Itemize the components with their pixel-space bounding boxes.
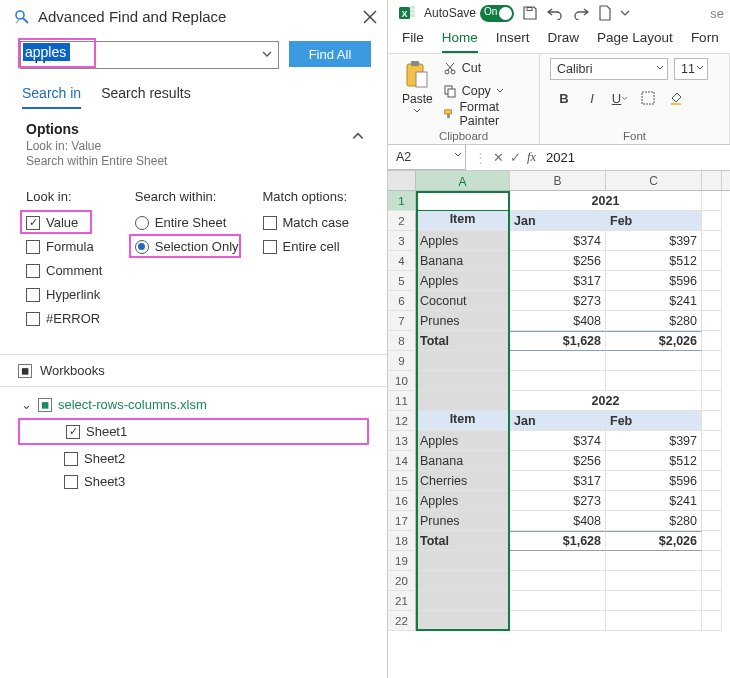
copy-button[interactable]: Copy: [443, 81, 529, 101]
cell[interactable]: [510, 551, 606, 571]
lookin-comment-checkbox[interactable]: Comment: [26, 263, 125, 278]
cell[interactable]: [510, 611, 606, 631]
fx-icon[interactable]: fx: [527, 150, 536, 165]
tab-search-results[interactable]: Search results: [101, 85, 190, 109]
cell[interactable]: Apples: [416, 231, 510, 251]
lookin-error-checkbox[interactable]: #ERROR: [26, 311, 125, 326]
cell[interactable]: $2,026: [606, 531, 702, 551]
lookin-hyperlink-checkbox[interactable]: Hyperlink: [26, 287, 125, 302]
searchwithin-entire-radio[interactable]: Entire Sheet: [135, 215, 253, 230]
cell[interactable]: Apples: [416, 431, 510, 451]
row-header[interactable]: 5: [388, 271, 416, 291]
cell[interactable]: [510, 571, 606, 591]
chevron-down-icon[interactable]: [620, 8, 630, 18]
cell[interactable]: Jan: [510, 211, 606, 231]
cell[interactable]: Item: [416, 411, 510, 431]
cell[interactable]: [416, 191, 510, 211]
tab-page-layout[interactable]: Page Layout: [597, 30, 673, 53]
cell[interactable]: [416, 391, 510, 411]
cell[interactable]: [702, 571, 722, 591]
borders-button[interactable]: [634, 86, 662, 110]
cell[interactable]: $241: [606, 491, 702, 511]
close-icon[interactable]: [363, 10, 377, 24]
row-header[interactable]: 1: [388, 191, 416, 211]
match-case-checkbox[interactable]: Match case: [263, 215, 367, 230]
col-header-a[interactable]: A: [416, 171, 510, 190]
cell[interactable]: $317: [510, 471, 606, 491]
row-header[interactable]: 12: [388, 411, 416, 431]
cell[interactable]: [510, 371, 606, 391]
redo-icon[interactable]: [572, 6, 590, 20]
row-header[interactable]: 13: [388, 431, 416, 451]
row-header[interactable]: 7: [388, 311, 416, 331]
cell[interactable]: [416, 591, 510, 611]
cell[interactable]: [702, 331, 722, 351]
entire-cell-checkbox[interactable]: Entire cell: [263, 239, 367, 254]
cell[interactable]: [702, 311, 722, 331]
cell[interactable]: [702, 511, 722, 531]
row-header[interactable]: 10: [388, 371, 416, 391]
cell[interactable]: $256: [510, 251, 606, 271]
cell[interactable]: [606, 591, 702, 611]
tab-file[interactable]: File: [402, 30, 424, 53]
row-header[interactable]: 6: [388, 291, 416, 311]
cell[interactable]: Total: [416, 531, 510, 551]
cell[interactable]: Apples: [416, 271, 510, 291]
cell[interactable]: $273: [510, 491, 606, 511]
cell[interactable]: [702, 211, 722, 231]
paste-button[interactable]: Paste: [398, 58, 437, 124]
cell[interactable]: [606, 551, 702, 571]
year-header[interactable]: 2021: [510, 191, 702, 211]
cell[interactable]: [702, 591, 722, 611]
undo-icon[interactable]: [546, 6, 564, 20]
tab-insert[interactable]: Insert: [496, 30, 530, 53]
collapse-icon[interactable]: [351, 129, 365, 143]
name-box[interactable]: A2: [388, 145, 466, 170]
row-header[interactable]: 19: [388, 551, 416, 571]
sheet-row-sheet1[interactable]: Sheet1: [18, 418, 369, 445]
cell[interactable]: $397: [606, 231, 702, 251]
cell[interactable]: [416, 351, 510, 371]
row-header[interactable]: 21: [388, 591, 416, 611]
cell[interactable]: Feb: [606, 411, 702, 431]
cell[interactable]: [702, 431, 722, 451]
cell[interactable]: [416, 611, 510, 631]
cell[interactable]: [702, 471, 722, 491]
cell[interactable]: Prunes: [416, 511, 510, 531]
workbooks-header[interactable]: ◼ Workbooks: [0, 354, 387, 387]
cell[interactable]: $397: [606, 431, 702, 451]
cell[interactable]: Total: [416, 331, 510, 351]
underline-button[interactable]: U: [606, 86, 634, 110]
cell[interactable]: $280: [606, 511, 702, 531]
cell[interactable]: $256: [510, 451, 606, 471]
col-header-c[interactable]: C: [606, 171, 702, 190]
cell[interactable]: [702, 251, 722, 271]
tab-formulas-cut[interactable]: Forn: [691, 30, 719, 53]
searchwithin-selection-radio[interactable]: Selection Only: [135, 239, 253, 254]
cell[interactable]: [606, 351, 702, 371]
cell[interactable]: [416, 371, 510, 391]
sheet-row-sheet2[interactable]: Sheet2: [18, 447, 369, 470]
cell[interactable]: $2,026: [606, 331, 702, 351]
cell[interactable]: [702, 271, 722, 291]
cell[interactable]: $512: [606, 451, 702, 471]
new-file-icon[interactable]: [598, 5, 612, 21]
cell[interactable]: [702, 411, 722, 431]
cell[interactable]: $408: [510, 511, 606, 531]
col-header-b[interactable]: B: [510, 171, 606, 190]
row-header[interactable]: 15: [388, 471, 416, 491]
formula-value[interactable]: 2021: [536, 150, 575, 165]
cell[interactable]: $374: [510, 431, 606, 451]
row-header[interactable]: 3: [388, 231, 416, 251]
lookin-value-checkbox[interactable]: Value: [26, 215, 125, 230]
row-header[interactable]: 8: [388, 331, 416, 351]
row-header[interactable]: 4: [388, 251, 416, 271]
cell[interactable]: [606, 571, 702, 591]
cell[interactable]: [510, 591, 606, 611]
sheet-row-sheet3[interactable]: Sheet3: [18, 470, 369, 493]
cell[interactable]: [702, 351, 722, 371]
font-size-combo[interactable]: 11: [674, 58, 708, 80]
cell[interactable]: $273: [510, 291, 606, 311]
cell[interactable]: Banana: [416, 251, 510, 271]
cell[interactable]: [702, 391, 722, 411]
